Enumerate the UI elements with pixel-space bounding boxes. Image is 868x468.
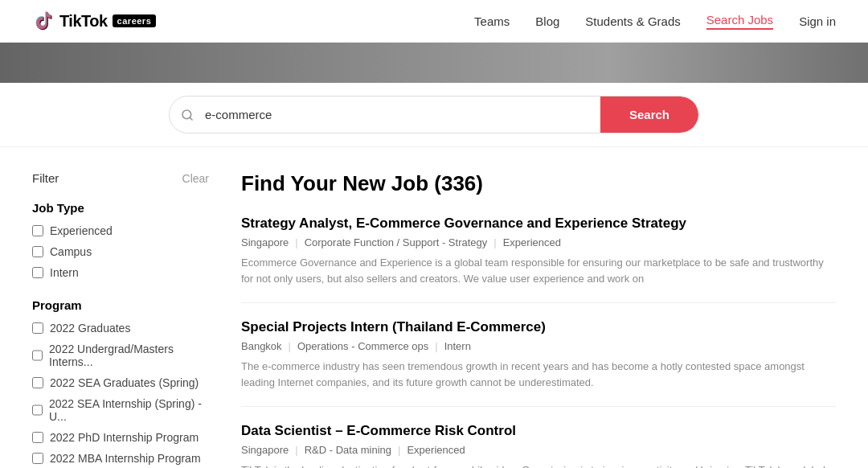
job-card-3: Data Scientist – E-Commerce Risk Control… (241, 407, 836, 468)
filter-title: Filter (32, 171, 59, 185)
label-2022-phd: 2022 PhD Internship Program (50, 431, 199, 444)
sidebar: Filter Clear Job Type Experienced Campus… (32, 171, 209, 468)
job-desc-2: The e-commerce industry has seen tremend… (241, 359, 836, 390)
label-2022-mba: 2022 MBA Internship Program (50, 452, 201, 465)
filter-campus[interactable]: Campus (32, 245, 209, 258)
search-icon (170, 109, 205, 121)
job-card-1: Strategy Analyst, E-Commerce Governance … (241, 216, 836, 303)
header: TikTok careers Teams Blog Students & Gra… (0, 0, 868, 43)
label-campus: Campus (50, 245, 92, 258)
job-meta-1: Singapore | Corporate Function / Support… (241, 236, 836, 248)
job-location-3: Singapore (241, 444, 289, 456)
program-filter: Program 2022 Graduates 2022 Undergrad/Ma… (32, 298, 209, 468)
job-desc-3: TikTok is the leading destination for sh… (241, 462, 836, 468)
filter-header: Filter Clear (32, 171, 209, 185)
job-department-1: Corporate Function / Support - Strategy (305, 236, 488, 248)
filter-2022-phd[interactable]: 2022 PhD Internship Program (32, 431, 209, 444)
filter-2022-sea-internship[interactable]: 2022 SEA Internship (Spring) - U... (32, 397, 209, 423)
jobs-title: Find Your New Job (336) (241, 171, 836, 196)
job-meta-2: Bangkok | Operations - Commerce ops | In… (241, 340, 836, 352)
tiktok-logo[interactable]: TikTok careers (32, 10, 156, 32)
checkbox-2022-phd[interactable] (32, 432, 43, 443)
job-desc-1: Ecommerce Governance and Experience is a… (241, 255, 836, 286)
search-bar: Search (169, 96, 699, 133)
job-title-3[interactable]: Data Scientist – E-Commerce Risk Control (241, 423, 836, 439)
tiktok-icon (32, 10, 55, 32)
hero-overlay (0, 43, 868, 83)
hero-banner (0, 43, 868, 83)
search-button[interactable]: Search (600, 96, 698, 133)
job-title-2[interactable]: Special Projects Intern (Thailand E-Comm… (241, 319, 836, 335)
label-2022-sea-graduates: 2022 SEA Graduates (Spring) (50, 376, 199, 389)
job-meta-3: Singapore | R&D - Data mining | Experien… (241, 444, 836, 456)
label-2022-graduates: 2022 Graduates (50, 322, 130, 335)
nav-blog[interactable]: Blog (535, 14, 559, 28)
search-input[interactable] (205, 96, 600, 133)
job-card-2: Special Projects Intern (Thailand E-Comm… (241, 303, 836, 407)
checkbox-intern[interactable] (32, 267, 43, 278)
checkbox-2022-undergrad[interactable] (32, 350, 43, 361)
job-type-2: Intern (444, 340, 471, 352)
filter-2022-undergrad[interactable]: 2022 Undergrad/Masters Interns... (32, 343, 209, 368)
clear-button[interactable]: Clear (182, 172, 209, 185)
checkbox-2022-graduates[interactable] (32, 322, 43, 334)
checkbox-2022-sea-graduates[interactable] (32, 377, 43, 388)
job-department-2: Operations - Commerce ops (297, 340, 428, 352)
job-location-2: Bangkok (241, 340, 282, 352)
main-layout: Filter Clear Job Type Experienced Campus… (0, 147, 868, 468)
job-title-1[interactable]: Strategy Analyst, E-Commerce Governance … (241, 216, 836, 232)
filter-2022-graduates[interactable]: 2022 Graduates (32, 322, 209, 335)
program-title: Program (32, 298, 209, 312)
job-type-1: Experienced (503, 236, 561, 248)
label-experienced: Experienced (50, 224, 113, 237)
checkbox-2022-sea-internship[interactable] (32, 404, 43, 416)
nav-sign-in[interactable]: Sign in (799, 14, 836, 28)
job-department-3: R&D - Data mining (305, 444, 391, 456)
checkbox-campus[interactable] (32, 246, 43, 257)
nav-search-jobs[interactable]: Search Jobs (706, 13, 773, 30)
job-location-1: Singapore (241, 236, 289, 248)
label-2022-undergrad: 2022 Undergrad/Masters Interns... (49, 343, 209, 368)
label-intern: Intern (50, 266, 79, 279)
nav-teams[interactable]: Teams (474, 14, 510, 28)
job-type-title: Job Type (32, 201, 209, 215)
svg-line-1 (190, 117, 192, 120)
label-2022-sea-internship: 2022 SEA Internship (Spring) - U... (49, 397, 209, 423)
filter-experienced[interactable]: Experienced (32, 224, 209, 237)
job-type-3: Experienced (407, 444, 465, 456)
careers-badge: careers (113, 14, 157, 27)
nav-students-grads[interactable]: Students & Grads (585, 14, 680, 28)
checkbox-2022-mba[interactable] (32, 453, 43, 464)
checkbox-experienced[interactable] (32, 225, 43, 236)
job-type-filter: Job Type Experienced Campus Intern (32, 201, 209, 279)
logo-area: TikTok careers (32, 10, 156, 32)
filter-2022-sea-graduates[interactable]: 2022 SEA Graduates (Spring) (32, 376, 209, 389)
filter-2022-mba[interactable]: 2022 MBA Internship Program (32, 452, 209, 465)
jobs-section: Find Your New Job (336) Strategy Analyst… (241, 171, 836, 468)
filter-intern[interactable]: Intern (32, 266, 209, 279)
search-section: Search (0, 83, 868, 147)
main-nav: Teams Blog Students & Grads Search Jobs … (474, 13, 836, 30)
tiktok-wordmark: TikTok (59, 12, 108, 31)
